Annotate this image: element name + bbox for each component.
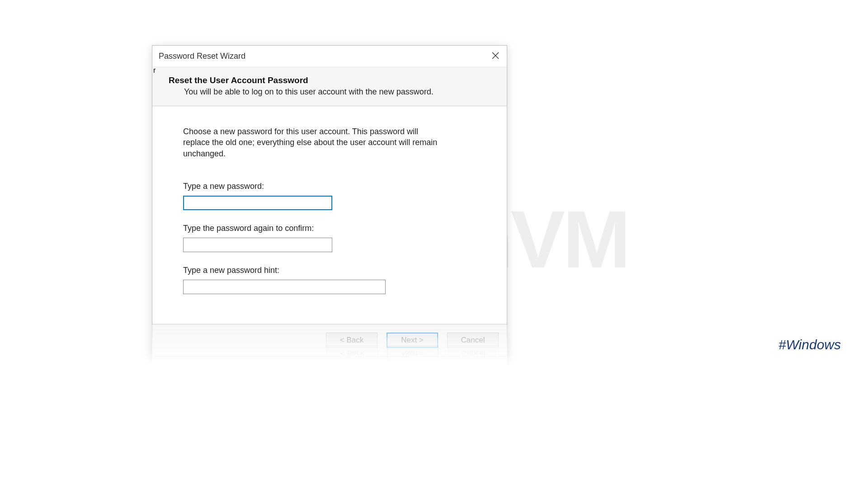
cancel-button[interactable]: Cancel [447,333,499,348]
wizard-button-row: < Back Next > Cancel [152,324,507,356]
wizard-step-title: Reset the User Account Password [169,75,494,85]
new-password-input[interactable] [183,196,332,210]
confirm-password-group: Type the password again to confirm: [183,224,476,252]
wizard-content: Choose a new password for this user acco… [152,106,507,324]
password-hint-input[interactable] [183,280,386,294]
new-password-group: Type a new password: [183,182,476,210]
instruction-text: Choose a new password for this user acco… [183,126,445,159]
close-button[interactable] [484,46,507,67]
next-button[interactable]: Next > [387,333,438,348]
hashtag-text: #Windows [778,337,841,352]
corner-mark: r [153,66,156,75]
confirm-password-input[interactable] [183,238,332,252]
password-hint-group: Type a new password hint: [183,266,476,294]
confirm-password-label: Type the password again to confirm: [183,224,476,233]
titlebar: Password Reset Wizard [152,46,507,67]
wizard-step-subtitle: You will be able to log on to this user … [184,87,494,97]
new-password-label: Type a new password: [183,182,476,191]
dialog-title: Password Reset Wizard [159,52,245,61]
back-button[interactable]: < Back [326,333,377,348]
close-icon [492,52,499,61]
password-reset-wizard-dialog: Password Reset Wizard r Reset the User A… [152,45,507,357]
wizard-header-panel: r Reset the User Account Password You wi… [152,67,507,106]
password-hint-label: Type a new password hint: [183,266,476,275]
